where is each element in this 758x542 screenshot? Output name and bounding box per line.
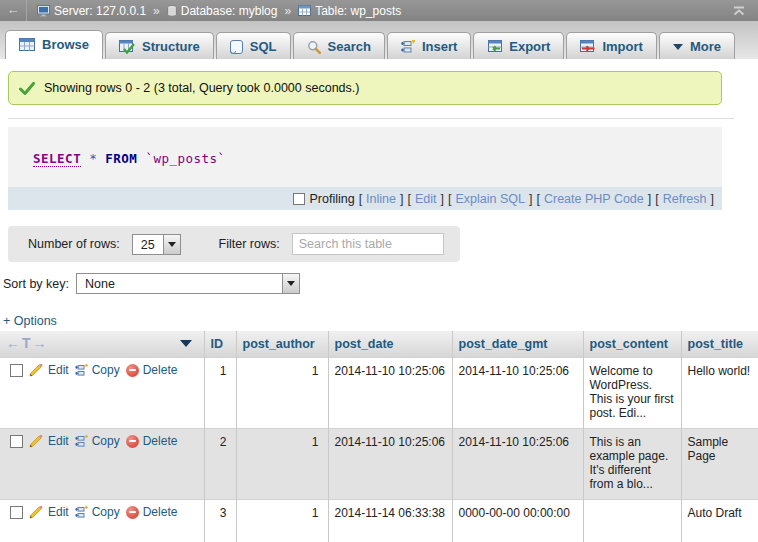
column-header-post-date[interactable]: post_date [328,331,452,358]
tab-sql[interactable]: SQL [216,32,291,59]
breadcrumb-separator: » [284,4,291,18]
tab-bar: Browse Structure SQL Search Insert Expor… [0,21,758,59]
results-table: ←T→ ID post_author post_date post_date_g… [0,331,758,542]
delete-row-link[interactable]: Delete [126,434,178,448]
tab-more-label: More [690,39,721,54]
column-header-post-content[interactable]: post_content [583,331,681,358]
copy-row-link[interactable]: Copy [75,505,120,519]
cell-post-title: Hello world! [681,358,758,429]
server-breadcrumb-bar: ← Server: 127.0.0.1 » Database: myblog »… [0,0,758,21]
back-arrow-button[interactable]: ← [0,0,27,21]
column-header-post-date-gmt[interactable]: post_date_gmt [452,331,583,358]
column-move-arrows[interactable]: ←T→ [6,335,49,351]
bracket: ] [441,192,444,206]
sql-table-name: `wp_posts` [145,151,225,166]
tab-structure-label: Structure [142,39,200,54]
copy-row-link[interactable]: Copy [75,434,120,448]
success-check-icon [19,82,35,95]
tab-search[interactable]: Search [293,32,385,59]
row-checkbox[interactable] [10,506,23,519]
breadcrumb-server[interactable]: Server: 127.0.0.1 [37,4,146,18]
tab-sql-label: SQL [250,39,277,54]
cell-post-content [583,500,681,542]
inline-link[interactable]: Inline [366,192,396,206]
tab-browse[interactable]: Browse [5,30,103,59]
row-actions-cell: Edit Copy Delete [0,500,204,542]
profiling-checkbox[interactable] [293,193,305,205]
edit-query-link[interactable]: Edit [415,192,437,206]
copy-row-link[interactable]: Copy [75,363,120,377]
tab-more[interactable]: More [659,32,735,59]
cell-post-content: This is an example page. It's different … [583,429,681,500]
tab-import[interactable]: Import [566,32,656,59]
copy-icon [75,506,88,519]
cell-post-date-gmt: 0000-00-00 00:00:00 [452,500,583,542]
pencil-icon [29,506,44,519]
copy-label: Copy [92,505,120,519]
table-row: Edit Copy Delete 2 1 2014-11-10 1 [0,429,758,500]
sql-keyword-from: FROM [105,151,137,166]
cell-post-date: 2014-11-10 10:25:06 [328,429,452,500]
search-icon [307,40,321,54]
insert-icon [401,40,415,54]
edit-row-link[interactable]: Edit [29,363,69,377]
tab-insert[interactable]: Insert [387,32,471,59]
refresh-link[interactable]: Refresh [663,192,707,206]
tab-export-label: Export [509,39,550,54]
filter-rows-input[interactable] [292,233,444,255]
tab-insert-label: Insert [422,39,457,54]
cell-post-date: 2014-11-10 10:25:06 [328,358,452,429]
tab-import-label: Import [602,39,642,54]
copy-icon [75,364,88,377]
sql-keyword-select[interactable]: SELECT [33,151,81,167]
column-header-post-author[interactable]: post_author [236,331,328,358]
sort-by-key-label: Sort by key: [3,277,69,291]
bracket: [ [359,192,362,206]
scroll-to-top-icon[interactable] [732,6,746,16]
breadcrumb-database[interactable]: Database: myblog [167,4,278,18]
number-of-rows-value: 25 [133,235,163,254]
actions-column-header: ←T→ [0,331,204,358]
copy-icon [75,435,88,448]
cell-post-author: 1 [236,358,328,429]
cell-post-author: 1 [236,429,328,500]
tab-structure[interactable]: Structure [105,32,214,59]
cell-post-title: Auto Draft [681,500,758,542]
export-icon [487,40,502,53]
breadcrumb: Server: 127.0.0.1 » Database: myblog » T… [37,4,401,18]
filter-rows-label: Filter rows: [219,237,280,251]
breadcrumb-table[interactable]: Table: wp_posts [298,4,401,18]
sql-star: * [89,151,97,166]
database-icon [167,5,177,17]
column-actions-toggle-icon[interactable] [180,340,192,347]
table-header-row: ←T→ ID post_author post_date post_date_g… [0,331,758,358]
edit-row-link[interactable]: Edit [29,505,69,519]
bracket: ] [400,192,403,206]
edit-row-link[interactable]: Edit [29,434,69,448]
cell-post-title: Sample Page [681,429,758,500]
number-of-rows-select[interactable]: 25 [132,234,181,255]
profiling-label: Profiling [309,192,354,206]
create-php-code-link[interactable]: Create PHP Code [544,192,644,206]
edit-label: Edit [48,363,69,377]
row-controls: Number of rows: 25 Filter rows: [8,226,460,262]
options-toggle-link[interactable]: + Options [3,314,57,328]
sort-by-key-value: None [77,274,282,293]
cell-post-date: 2014-11-14 06:33:38 [328,500,452,542]
tab-export[interactable]: Export [473,32,564,59]
delete-row-link[interactable]: Delete [126,505,178,519]
bracket: [ [407,192,410,206]
column-header-id[interactable]: ID [204,331,236,358]
row-actions-cell: Edit Copy Delete [0,358,204,429]
row-checkbox[interactable] [10,435,23,448]
edit-label: Edit [48,434,69,448]
row-checkbox[interactable] [10,364,23,377]
delete-row-link[interactable]: Delete [126,363,178,377]
copy-label: Copy [92,434,120,448]
column-header-post-title[interactable]: post_title [681,331,758,358]
sort-by-key-select[interactable]: None [76,273,300,294]
explain-sql-link[interactable]: Explain SQL [455,192,524,206]
chevron-down-icon [673,44,683,50]
number-of-rows-label: Number of rows: [28,237,120,251]
status-message-text: Showing rows 0 - 2 (3 total, Query took … [44,81,359,95]
